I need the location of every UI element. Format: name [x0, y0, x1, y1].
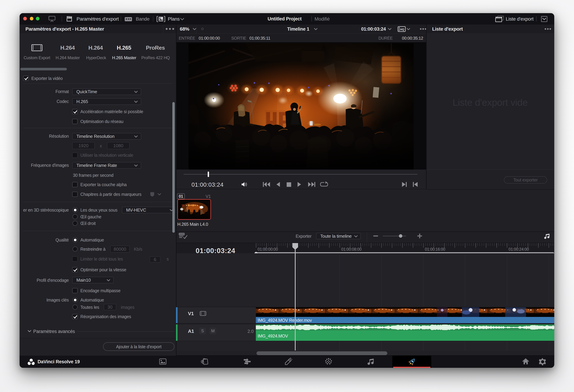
svg-text:HQ: HQ — [400, 28, 404, 31]
